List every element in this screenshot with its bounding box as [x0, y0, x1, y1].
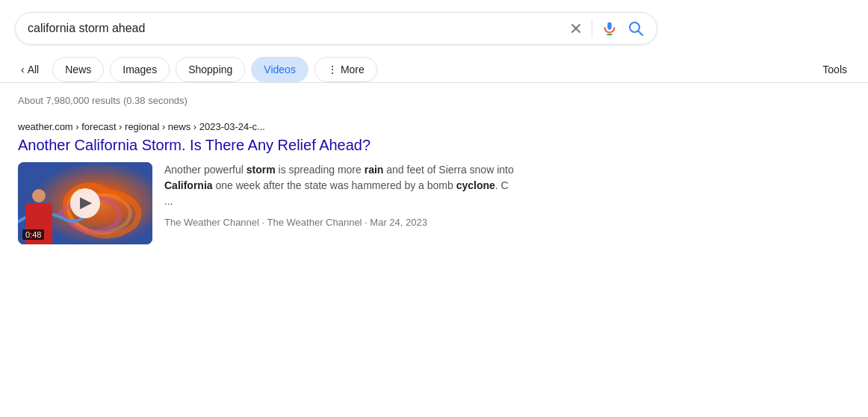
play-triangle-icon [80, 197, 92, 209]
mic-icon[interactable] [601, 20, 618, 37]
tab-all[interactable]: ‹ All [15, 59, 45, 80]
duration-badge: 0:48 [22, 229, 44, 240]
images-tab-label: Images [123, 64, 157, 75]
play-button[interactable] [70, 188, 100, 218]
tab-images[interactable]: Images [110, 57, 170, 82]
svg-rect-2 [607, 22, 612, 30]
result-url: weather.com › forecast › regional › news… [18, 121, 520, 132]
news-tab-label: News [65, 64, 91, 75]
result-source: The Weather Channel · The Weather Channe… [164, 215, 520, 230]
tab-news[interactable]: News [52, 57, 104, 82]
tools-button[interactable]: Tools [816, 59, 853, 80]
tab-videos[interactable]: Videos [251, 57, 309, 82]
result-title-link[interactable]: Another California Storm. Is There Any R… [18, 135, 520, 155]
more-dots-icon: ⋮ [327, 64, 338, 75]
search-bar-area [0, 0, 868, 52]
search-input[interactable] [28, 22, 560, 35]
result-thumbnail[interactable]: 0:48 [18, 162, 152, 244]
svg-line-4 [639, 31, 643, 36]
thumbnail-inner: 0:48 [18, 162, 152, 244]
shopping-tab-label: Shopping [188, 64, 232, 75]
results-count: About 7,980,000 results (0.38 seconds) [18, 95, 520, 106]
videos-tab-label: Videos [264, 64, 296, 75]
tools-label: Tools [822, 64, 847, 75]
all-tab-label: All [28, 64, 40, 75]
tab-shopping[interactable]: Shopping [176, 57, 245, 82]
nav-tabs: ‹ All News Images Shopping Videos ⋮ More… [0, 52, 868, 83]
clear-icon[interactable] [569, 22, 583, 35]
result-item: weather.com › forecast › regional › news… [18, 121, 520, 244]
search-input-wrapper [15, 12, 657, 45]
result-body: 0:48 Another powerful storm is spreading… [18, 162, 520, 244]
search-button[interactable] [627, 19, 645, 37]
search-divider [592, 19, 592, 37]
tab-more[interactable]: ⋮ More [314, 57, 377, 82]
results-area: About 7,980,000 results (0.38 seconds) w… [0, 83, 538, 277]
result-snippet: Another powerful storm is spreading more… [164, 162, 520, 244]
back-arrow-icon: ‹ [21, 64, 25, 75]
more-tab-label: More [341, 64, 365, 75]
